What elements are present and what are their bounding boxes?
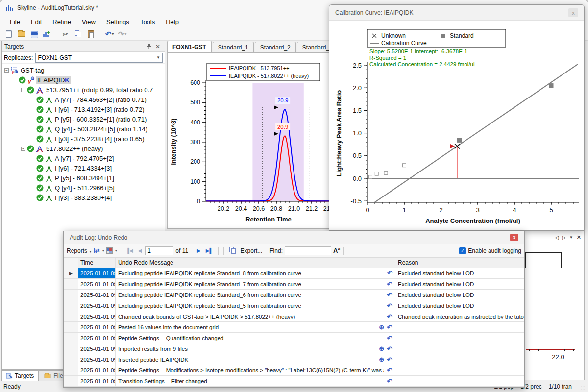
audit-row[interactable]: ▶2025-01-01 09:3...Excluding peptide IEA…	[64, 268, 524, 279]
audit-row[interactable]: 2025-01-01 09:3...Excluding peptide IEAI…	[64, 290, 524, 300]
publish-icon[interactable]	[41, 29, 52, 39]
protein-node[interactable]: −γPGST-tag	[2, 65, 165, 75]
column-header-message[interactable]: Undo Redo Message	[116, 258, 395, 268]
calibration-plot[interactable]: -0.50.00.51.01.52.02.5012345UnknownStand…	[329, 21, 584, 230]
cell-message[interactable]: Inserted peptide IEAIPQIDK⊕↶	[116, 354, 395, 365]
cell-time[interactable]: 2025-01-01 09:3...	[78, 279, 116, 289]
undo-multi-icon[interactable]: ↶	[387, 334, 392, 342]
chevron-down-icon[interactable]: ▾	[102, 248, 104, 253]
undo-multi-icon[interactable]: ↶	[387, 345, 392, 353]
transition-node[interactable]: Q [y4] - 511.2966+[5]	[2, 183, 165, 193]
precursor-node[interactable]: −517.8022++ (heavy)	[2, 144, 165, 153]
audit-close-icon[interactable]: x	[510, 234, 518, 241]
audit-row[interactable]: 2025-01-01 09:3...Peptide Settings -- Qu…	[64, 333, 524, 343]
transition-node[interactable]: A [y7] - 792.4705+[2]	[2, 153, 165, 163]
menu-settings[interactable]: Settings	[101, 16, 135, 27]
scroll-right-icon[interactable]: ▷	[562, 235, 566, 240]
audit-row[interactable]: 2025-01-01 09:3...Excluding peptide IEAI…	[64, 300, 524, 311]
copy-icon[interactable]	[227, 245, 239, 256]
pivot-icon[interactable]: i⇄	[93, 247, 99, 254]
audit-row[interactable]: 2025-01-01 09:3...Inserted peptide IEAIP…	[64, 354, 524, 365]
pin-icon[interactable]	[145, 43, 153, 50]
audit-row[interactable]: 2025-01-01 09:3...Peptide Settings -- Mo…	[64, 365, 524, 376]
undo-icon[interactable]: ↶▾	[104, 29, 115, 39]
menu-edit[interactable]: Edit	[25, 16, 47, 27]
last-page-icon[interactable]: ▶▌	[204, 248, 215, 253]
chromatogram-tab-standard_1[interactable]: Standard_1	[213, 42, 254, 52]
calibration-close-icon[interactable]: x	[568, 8, 578, 17]
first-page-icon[interactable]: ▐◀	[124, 248, 135, 253]
menu-file[interactable]: File	[4, 16, 25, 27]
row-indicator[interactable]: ▶	[64, 268, 78, 278]
transition-node[interactable]: I [y3] - 383.2380+[4]	[2, 193, 165, 202]
collapse-icon[interactable]: −	[21, 147, 25, 151]
close-icon[interactable]: ✕	[153, 43, 162, 50]
column-header-time[interactable]: Time	[78, 258, 116, 268]
row-indicator[interactable]	[64, 365, 78, 375]
row-indicator[interactable]	[64, 322, 78, 332]
cell-message[interactable]: Transition Settings -- Filter changed↶	[116, 376, 395, 386]
menu-help[interactable]: Help	[160, 16, 184, 27]
next-page-icon[interactable]: ▶	[196, 248, 202, 253]
cell-time[interactable]: 2025-01-01 09:3...	[78, 354, 116, 365]
replicates-dropdown[interactable]: FOXN1-GST ▼	[35, 53, 163, 63]
cell-reason[interactable]: Excluded standard below LOD	[395, 290, 524, 300]
cell-message[interactable]: Peptide Settings -- Modifications > Isot…	[116, 365, 395, 375]
enable-audit-checkbox[interactable]: ✓	[459, 247, 466, 254]
undo-multi-icon[interactable]: ↶	[387, 280, 392, 288]
undo-multi-icon[interactable]: ↶	[387, 313, 392, 320]
chevron-down-icon[interactable]: ▾	[115, 248, 117, 253]
cell-message[interactable]: Excluding peptide IEAIPQIDK replicate St…	[116, 290, 395, 300]
cell-reason[interactable]	[395, 343, 524, 354]
open-icon[interactable]	[16, 29, 27, 39]
cell-time[interactable]: 2025-01-01 09:3...	[78, 322, 116, 332]
calibration-title-bar[interactable]: Calibration Curve: IEAIPQIDK x	[329, 5, 584, 21]
copy-icon[interactable]	[73, 29, 84, 39]
new-document-icon[interactable]	[3, 29, 14, 39]
find-input[interactable]	[285, 246, 331, 255]
cell-reason[interactable]	[395, 333, 524, 343]
chromatogram-tab-foxn1-gst[interactable]: FOXN1-GST	[167, 41, 212, 52]
audit-row[interactable]: 2025-01-01 09:3...Transition Settings --…	[64, 376, 524, 387]
case-sensitive-icon[interactable]: Aa	[333, 246, 340, 254]
transition-node[interactable]: P [y5] - 608.3494+[1]	[2, 173, 165, 183]
row-indicator[interactable]	[64, 343, 78, 354]
view-grid-icon[interactable]	[106, 247, 113, 254]
undo-multi-icon[interactable]: ↶	[387, 302, 392, 310]
cell-reason[interactable]: Excluded standard below LOD	[395, 279, 524, 289]
undo-multi-icon[interactable]: ↶	[387, 356, 392, 364]
cell-time[interactable]: 2025-01-01 09:3...	[78, 333, 116, 343]
pane-menu-icon[interactable]: ▼	[569, 235, 573, 240]
menu-tools[interactable]: Tools	[135, 16, 160, 27]
collapse-icon[interactable]: −	[21, 88, 25, 92]
cell-message[interactable]: Excluding peptide IEAIPQIDK replicate St…	[116, 268, 395, 278]
cell-reason[interactable]	[395, 376, 524, 386]
menu-refine[interactable]: Refine	[47, 16, 76, 27]
row-indicator[interactable]	[64, 300, 78, 311]
save-icon[interactable]	[28, 29, 40, 39]
row-indicator[interactable]	[64, 290, 78, 300]
audit-row[interactable]: 2025-01-01 09:3...Changed peak bounds of…	[64, 311, 524, 322]
cell-reason[interactable]	[395, 365, 524, 375]
audit-row[interactable]: 2025-01-01 09:3...Excluding peptide IEAI…	[64, 279, 524, 290]
tab-targets[interactable]: Targets	[1, 370, 39, 381]
cell-reason[interactable]	[395, 354, 524, 365]
undo-multi-icon[interactable]: ↶	[387, 291, 392, 299]
cell-reason[interactable]: Changed peak integration as instructed b…	[395, 311, 524, 321]
export-button[interactable]: Export...	[241, 247, 263, 254]
cell-time[interactable]: 2025-01-01 09:3...	[78, 300, 116, 311]
page-number-input[interactable]	[145, 246, 173, 255]
cell-time[interactable]: 2025-01-01 09:3...	[78, 290, 116, 300]
transition-node[interactable]: I [y6] - 721.4334+[3]	[2, 163, 165, 173]
prev-page-icon[interactable]: ◀	[137, 248, 144, 253]
cell-time[interactable]: 2025-01-01 09:3...	[78, 268, 116, 278]
redo-icon[interactable]: ↷▾	[117, 29, 128, 39]
undo-multi-icon[interactable]: ↶	[387, 367, 392, 374]
audit-row[interactable]: 2025-01-01 09:3...Imported results from …	[64, 343, 524, 354]
cell-message[interactable]: Excluding peptide IEAIPQIDK replicate St…	[116, 279, 395, 289]
cell-reason[interactable]: Excluded standard below LOD	[395, 268, 524, 278]
transition-node[interactable]: A [y7] - 784.4563+[2] (ratio 0.71)	[2, 95, 165, 104]
zoom-icon[interactable]: ⊕	[379, 345, 384, 352]
row-indicator[interactable]	[64, 279, 78, 289]
row-indicator[interactable]	[64, 376, 78, 386]
